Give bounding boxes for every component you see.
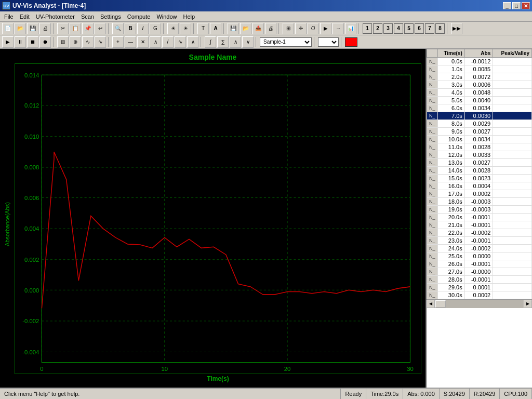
- grid-button[interactable]: ⊞: [283, 23, 294, 34]
- close-button[interactable]: ✕: [522, 2, 530, 9]
- num3-button[interactable]: 3: [383, 23, 393, 34]
- num2-button[interactable]: 2: [373, 23, 382, 34]
- table-row[interactable]: N_13.0s0.0027: [427, 159, 532, 167]
- extra-button[interactable]: ▶▶: [451, 23, 462, 34]
- text-button[interactable]: T: [197, 23, 209, 34]
- menu-window[interactable]: Window: [153, 12, 180, 21]
- menu-settings[interactable]: Settings: [97, 12, 124, 21]
- num6-button[interactable]: 6: [415, 23, 424, 34]
- sigma-button[interactable]: ∑: [217, 36, 229, 48]
- peak-button[interactable]: ∧: [230, 36, 241, 48]
- table-row[interactable]: N_9.0s0.0027: [427, 128, 532, 136]
- table-row[interactable]: N_23.0s-0.0001: [427, 237, 532, 245]
- new-button[interactable]: 📄: [2, 23, 14, 34]
- print2-button[interactable]: 🖨: [265, 23, 276, 34]
- annotation-button[interactable]: A: [210, 23, 221, 34]
- line-button[interactable]: /: [162, 36, 174, 48]
- scroll-right-button[interactable]: ▶: [524, 300, 532, 308]
- table-row[interactable]: N_2.0s0.0072: [427, 73, 532, 81]
- play-button[interactable]: ▶: [320, 23, 331, 34]
- num5-button[interactable]: 5: [404, 23, 414, 34]
- cut-button[interactable]: ✂: [57, 23, 69, 34]
- table-scrollbar[interactable]: ◀ ▶: [427, 299, 532, 308]
- zoom-button[interactable]: 🔍: [112, 23, 124, 34]
- table-row[interactable]: N_21.0s-0.0001: [427, 221, 532, 229]
- pause2-button[interactable]: ⏸: [15, 36, 26, 48]
- menu-edit[interactable]: Edit: [17, 12, 33, 21]
- table-row[interactable]: N_29.0s0.0001: [427, 284, 532, 291]
- bold-button[interactable]: B: [125, 23, 136, 34]
- undo-button[interactable]: ↩: [95, 23, 106, 34]
- num7-button[interactable]: 7: [425, 23, 434, 34]
- g-button[interactable]: G: [150, 23, 161, 34]
- valley-button[interactable]: ∨: [242, 36, 254, 48]
- table-row[interactable]: N_22.0s-0.0002: [427, 229, 532, 237]
- curve-button[interactable]: ∿: [82, 36, 94, 48]
- plus-button[interactable]: +: [112, 36, 124, 48]
- num1-button[interactable]: 1: [363, 23, 372, 34]
- save-button[interactable]: 💾: [27, 23, 38, 34]
- menu-uvphotometer[interactable]: UV-Photometer: [33, 12, 78, 21]
- table-row[interactable]: N_0.0s-0.0012: [427, 58, 532, 65]
- table-row[interactable]: N_6.0s0.0034: [427, 104, 532, 112]
- sample-dropdown[interactable]: Sample-1: [260, 37, 312, 47]
- italic-button[interactable]: I: [137, 23, 149, 34]
- graph-button[interactable]: 📊: [345, 23, 356, 34]
- save2-button[interactable]: 💾: [228, 23, 239, 34]
- menu-file[interactable]: File: [1, 12, 17, 21]
- table-row[interactable]: N_5.0s0.0040: [427, 97, 532, 104]
- open2-button[interactable]: 📂: [240, 23, 251, 34]
- wave3-button[interactable]: ∧: [187, 36, 198, 48]
- light1-button[interactable]: ☀: [167, 23, 179, 34]
- play2-button[interactable]: ▶: [2, 36, 14, 48]
- timer-button[interactable]: ⏱: [308, 23, 319, 34]
- table-row[interactable]: N_19.0s-0.0003: [427, 206, 532, 214]
- light2-button[interactable]: ☀: [180, 23, 191, 34]
- scroll-left-button[interactable]: ◀: [427, 300, 435, 308]
- table-row[interactable]: N_30.0s0.0002: [427, 291, 532, 299]
- table-row[interactable]: N_26.0s-0.0001: [427, 260, 532, 268]
- scroll-track[interactable]: [435, 300, 524, 308]
- table-row[interactable]: N_17.0s0.0002: [427, 190, 532, 198]
- table-row[interactable]: N_28.0s-0.0001: [427, 276, 532, 284]
- wave2-button[interactable]: ∿: [175, 36, 186, 48]
- menu-scan[interactable]: Scan: [78, 12, 97, 21]
- minimize-button[interactable]: _: [503, 2, 511, 9]
- table-row[interactable]: N_4.0s0.0048: [427, 89, 532, 97]
- paste-button[interactable]: 📌: [82, 23, 94, 34]
- color-indicator[interactable]: [345, 37, 357, 47]
- open-button[interactable]: 📂: [15, 23, 26, 34]
- num8-button[interactable]: 8: [435, 23, 445, 34]
- table-row[interactable]: N_8.0s0.0029: [427, 120, 532, 128]
- channel-dropdown[interactable]: [318, 37, 339, 47]
- chart-plot[interactable]: .grid-line { stroke: #006600; stroke-wid…: [15, 63, 421, 374]
- cross-button[interactable]: ✛: [295, 23, 307, 34]
- table-row[interactable]: N_20.0s-0.0001: [427, 214, 532, 221]
- menu-compute[interactable]: Compute: [124, 12, 154, 21]
- print-button[interactable]: 🖨: [39, 23, 51, 34]
- table-row[interactable]: N_24.0s-0.0002: [427, 245, 532, 252]
- table-row[interactable]: N_11.0s0.0028: [427, 143, 532, 151]
- cross2-button[interactable]: ✕: [137, 36, 149, 48]
- crosshair-button[interactable]: ⊕: [70, 36, 81, 48]
- table-row[interactable]: N_12.0s0.0033: [427, 151, 532, 159]
- table-row[interactable]: N_7.0s0.0030: [427, 112, 532, 120]
- table-row[interactable]: N_3.0s0.0006: [427, 81, 532, 89]
- table-row[interactable]: N_14.0s0.0028: [427, 167, 532, 175]
- table-row[interactable]: N_27.0s-0.0000: [427, 268, 532, 276]
- record-button[interactable]: ⏺: [39, 36, 51, 48]
- export-button[interactable]: 📤: [252, 23, 264, 34]
- num4-button[interactable]: 4: [394, 23, 403, 34]
- table-row[interactable]: N_15.0s0.0023: [427, 175, 532, 182]
- table-row[interactable]: N_10.0s0.0034: [427, 136, 532, 143]
- grid2-button[interactable]: ⊞: [57, 36, 69, 48]
- menu-help[interactable]: Help: [180, 12, 198, 21]
- caret-button[interactable]: ∧: [150, 36, 161, 48]
- stop2-button[interactable]: ⏹: [27, 36, 38, 48]
- copy-button[interactable]: 📋: [70, 23, 81, 34]
- arrow-button[interactable]: →: [332, 23, 344, 34]
- table-row[interactable]: N_1.0s0.0085: [427, 65, 532, 73]
- table-row[interactable]: N_16.0s0.0004: [427, 182, 532, 190]
- wave-button[interactable]: ∿: [95, 36, 106, 48]
- table-row[interactable]: N_25.0s0.0000: [427, 252, 532, 260]
